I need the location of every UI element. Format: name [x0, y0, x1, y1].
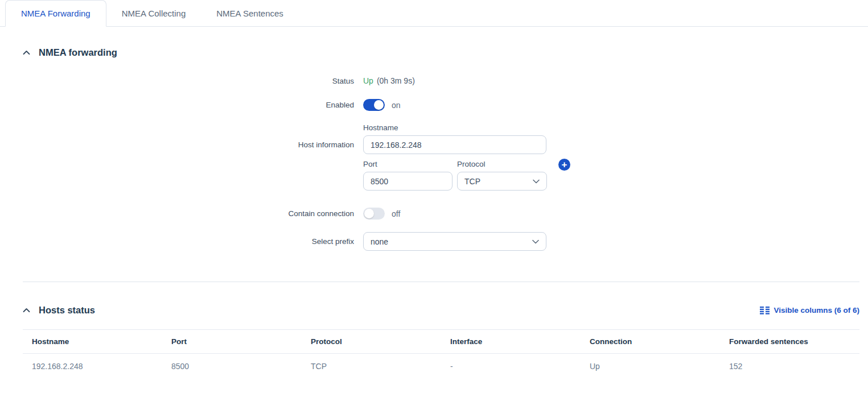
- select-prefix-label: Select prefix: [23, 237, 354, 246]
- contain-connection-toggle[interactable]: [363, 208, 385, 220]
- chevron-down-icon: [533, 179, 540, 184]
- nmea-forwarding-section-header: NMEA forwarding: [23, 47, 859, 58]
- host-information-label: Host information: [23, 123, 354, 149]
- protocol-select[interactable]: TCP: [457, 172, 547, 191]
- column-header-hostname: Hostname: [23, 330, 162, 353]
- enabled-row: Enabled on: [23, 99, 859, 111]
- column-header-interface: Interface: [441, 330, 581, 353]
- contain-connection-row: Contain connection off: [23, 208, 859, 220]
- visible-columns-button[interactable]: Visible columns (6 of 6): [760, 306, 859, 315]
- enabled-state-text: on: [392, 101, 401, 110]
- collapse-chevron-up-icon[interactable]: [23, 308, 30, 313]
- column-header-connection: Connection: [581, 330, 720, 353]
- table-row: 192.168.2.248 8500 TCP - Up 152: [23, 354, 859, 379]
- protocol-selected-value: TCP: [464, 177, 480, 186]
- cell-hostname: 192.168.2.248: [23, 354, 162, 379]
- table-columns-icon: [760, 307, 770, 315]
- chevron-down-icon: [532, 239, 539, 244]
- collapse-chevron-up-icon[interactable]: [23, 50, 30, 55]
- main-content: NMEA forwarding Status Up (0h 3m 9s) Ena…: [0, 47, 868, 379]
- cell-forwarded-sentences: 152: [720, 354, 859, 379]
- cell-connection: Up: [581, 354, 720, 379]
- toggle-knob: [374, 100, 384, 110]
- port-input[interactable]: [363, 172, 452, 191]
- section-title-nmea-forwarding: NMEA forwarding: [39, 47, 117, 58]
- tab-nmea-collecting[interactable]: NMEA Collecting: [106, 0, 201, 26]
- add-host-button[interactable]: +: [558, 159, 570, 171]
- column-header-protocol: Protocol: [302, 330, 441, 353]
- hostname-label: Hostname: [363, 123, 570, 132]
- tab-nmea-sentences[interactable]: NMEA Sentences: [201, 0, 299, 26]
- hosts-status-table: Hostname Port Protocol Interface Connect…: [23, 329, 859, 379]
- column-header-port: Port: [162, 330, 302, 353]
- enabled-label: Enabled: [23, 101, 354, 109]
- hostname-input[interactable]: [363, 135, 546, 154]
- status-uptime: (0h 3m 9s): [377, 76, 415, 85]
- toggle-knob: [364, 209, 374, 218]
- visible-columns-label: Visible columns (6 of 6): [774, 306, 859, 315]
- cell-interface: -: [441, 354, 581, 379]
- select-prefix-selected-value: none: [371, 237, 388, 246]
- enabled-toggle[interactable]: [363, 99, 385, 111]
- section-divider: [23, 282, 859, 282]
- contain-connection-label: Contain connection: [23, 209, 354, 218]
- select-prefix-select[interactable]: none: [363, 232, 546, 251]
- cell-protocol: TCP: [302, 354, 441, 379]
- status-value: Up: [363, 76, 373, 85]
- protocol-label: Protocol: [457, 160, 547, 168]
- status-label: Status: [23, 77, 354, 85]
- table-header-row: Hostname Port Protocol Interface Connect…: [23, 329, 859, 354]
- section-title-hosts-status: Hosts status: [39, 305, 95, 316]
- host-information-row: Host information Hostname Port Protocol …: [23, 123, 859, 191]
- tab-nmea-forwarding[interactable]: NMEA Forwarding: [5, 0, 106, 27]
- tab-bar: NMEA Forwarding NMEA Collecting NMEA Sen…: [0, 0, 868, 27]
- port-label: Port: [363, 160, 452, 168]
- status-row: Status Up (0h 3m 9s): [23, 76, 859, 85]
- hosts-status-section-header: Hosts status: [23, 305, 95, 316]
- column-header-forwarded-sentences: Forwarded sentences: [720, 330, 859, 353]
- contain-connection-state-text: off: [392, 209, 400, 218]
- select-prefix-row: Select prefix none: [23, 232, 859, 251]
- cell-port: 8500: [162, 354, 302, 379]
